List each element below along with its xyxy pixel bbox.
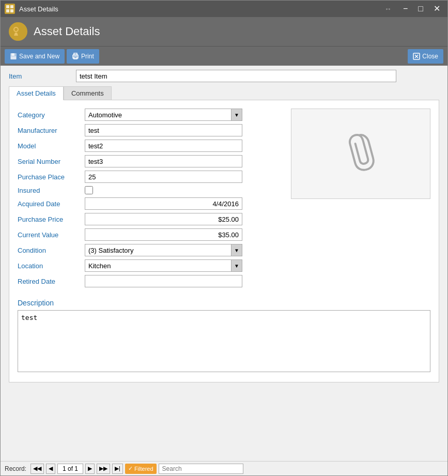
- resize-icon: ↔: [384, 5, 392, 13]
- serial-number-input[interactable]: [85, 155, 242, 167]
- model-input[interactable]: [85, 140, 242, 152]
- minimize-button[interactable]: −: [400, 4, 411, 14]
- current-value-row: Current Value: [18, 228, 283, 241]
- record-label: Record:: [5, 465, 26, 472]
- tab-comments[interactable]: Comments: [64, 86, 112, 100]
- tabs: Asset Details Comments: [9, 86, 439, 100]
- category-select[interactable]: Automotive Electronics Furniture Jewelry…: [85, 109, 242, 121]
- serial-number-row: Serial Number: [18, 155, 283, 167]
- filter-check-icon: ✓: [128, 465, 133, 472]
- current-value-input[interactable]: [85, 228, 242, 241]
- acquired-date-input[interactable]: [85, 197, 242, 210]
- svg-rect-1: [10, 5, 13, 8]
- maximize-button[interactable]: □: [415, 4, 426, 14]
- condition-row: Condition (1) Poor (2) Fair (3) Satisfac…: [18, 244, 283, 256]
- condition-label: Condition: [18, 247, 85, 254]
- save-new-button[interactable]: Save and New: [5, 49, 65, 64]
- item-row: Item: [9, 70, 439, 82]
- condition-select[interactable]: (1) Poor (2) Fair (3) Satisfactory (4) G…: [85, 244, 242, 256]
- retired-date-row: Retired Date: [18, 275, 283, 287]
- purchase-price-row: Purchase Price: [18, 213, 283, 225]
- nav-last-button[interactable]: ▶▶: [97, 464, 110, 474]
- serial-number-label: Serial Number: [18, 158, 85, 165]
- insured-label: Insured: [18, 187, 85, 194]
- header-bar: Asset Details: [1, 17, 447, 46]
- location-label: Location: [18, 262, 85, 270]
- item-label: Item: [9, 72, 76, 80]
- purchase-place-label: Purchase Place: [18, 173, 85, 181]
- purchase-place-row: Purchase Place: [18, 171, 283, 183]
- record-info: 1 of 1: [57, 464, 83, 474]
- page-title: Asset Details: [34, 25, 100, 38]
- tab-content-inner: Category Automotive Electronics Furnitur…: [18, 109, 430, 290]
- insured-row: Insured: [18, 186, 283, 194]
- retired-date-input[interactable]: [85, 275, 242, 287]
- purchase-price-label: Purchase Price: [18, 216, 85, 223]
- current-value-label: Current Value: [18, 231, 85, 239]
- svg-rect-10: [74, 53, 77, 55]
- acquired-date-label: Acquired Date: [18, 200, 85, 208]
- window-close-button[interactable]: ✕: [430, 4, 443, 14]
- acquired-date-row: Acquired Date: [18, 197, 283, 210]
- svg-rect-11: [74, 57, 77, 59]
- image-placeholder[interactable]: [291, 109, 430, 199]
- purchase-price-input[interactable]: [85, 213, 242, 225]
- svg-rect-0: [6, 5, 9, 8]
- svg-point-5: [14, 28, 18, 31]
- window-title: Asset Details: [19, 5, 58, 13]
- item-input[interactable]: [76, 70, 396, 82]
- title-bar: Asset Details ↔ − □ ✕: [1, 1, 447, 17]
- filtered-badge: ✓ Filtered: [125, 464, 157, 474]
- description-section: Description test: [18, 299, 430, 374]
- header-icon: [9, 22, 27, 41]
- description-textarea[interactable]: test: [18, 310, 430, 372]
- status-bar: Record: ◀◀ ◀ 1 of 1 ▶ ▶▶ ▶| ✓ Filtered: [1, 461, 447, 475]
- location-select[interactable]: Kitchen Living Room Bedroom Garage Offic…: [85, 259, 242, 272]
- title-bar-left: Asset Details: [5, 4, 58, 14]
- location-select-wrapper: Kitchen Living Room Bedroom Garage Offic…: [85, 259, 242, 272]
- app-icon: [5, 4, 15, 14]
- toolbar: Save and New Print Close: [1, 46, 447, 66]
- nav-first-button[interactable]: ◀◀: [30, 464, 44, 474]
- print-button[interactable]: Print: [67, 49, 99, 64]
- insured-checkbox[interactable]: [85, 186, 93, 194]
- main-window: Asset Details ↔ − □ ✕ Asset Details: [0, 0, 448, 476]
- retired-date-label: Retired Date: [18, 278, 85, 285]
- nav-new-button[interactable]: ▶|: [112, 464, 123, 474]
- content-area: Item Asset Details Comments Category: [1, 66, 447, 461]
- condition-select-wrapper: (1) Poor (2) Fair (3) Satisfactory (4) G…: [85, 244, 242, 256]
- model-label: Model: [18, 142, 85, 150]
- svg-rect-8: [11, 56, 16, 59]
- manufacturer-label: Manufacturer: [18, 127, 85, 134]
- nav-prev-button[interactable]: ◀: [46, 464, 55, 474]
- tab-asset-details[interactable]: Asset Details: [9, 86, 64, 100]
- filtered-label: Filtered: [134, 466, 153, 472]
- svg-rect-2: [6, 9, 9, 12]
- image-section: [291, 109, 430, 290]
- category-label: Category: [18, 111, 85, 119]
- category-select-wrapper: Automotive Electronics Furniture Jewelry…: [85, 109, 242, 121]
- svg-rect-7: [11, 53, 14, 56]
- manufacturer-input[interactable]: [85, 124, 242, 136]
- category-row: Category Automotive Electronics Furnitur…: [18, 109, 283, 121]
- search-input[interactable]: [159, 464, 243, 474]
- svg-rect-3: [10, 9, 13, 12]
- nav-next-button[interactable]: ▶: [85, 464, 95, 474]
- close-button[interactable]: Close: [408, 49, 443, 64]
- title-bar-controls: ↔ − □ ✕: [384, 4, 443, 14]
- location-row: Location Kitchen Living Room Bedroom Gar…: [18, 259, 283, 272]
- description-label: Description: [18, 299, 430, 307]
- tab-content: Category Automotive Electronics Furnitur…: [9, 100, 439, 382]
- manufacturer-row: Manufacturer: [18, 124, 283, 136]
- model-row: Model: [18, 140, 283, 152]
- paperclip-icon: [342, 128, 379, 180]
- purchase-place-input[interactable]: [85, 171, 242, 183]
- form-section: Category Automotive Electronics Furnitur…: [18, 109, 283, 290]
